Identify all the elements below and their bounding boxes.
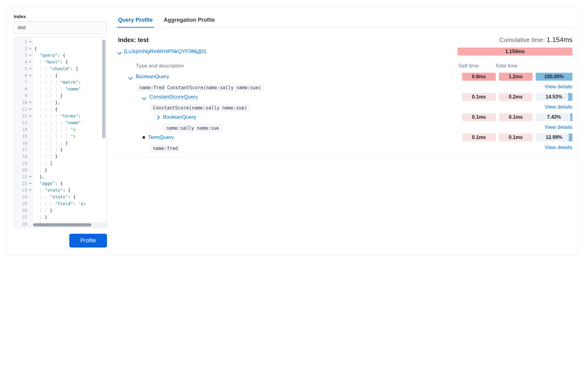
- view-details-link[interactable]: View details: [536, 143, 572, 152]
- columns-header: Type and description Self time Total tim…: [117, 59, 574, 72]
- query-tree: BooleanQuery0.8ms1.2ms100.00%name:fred C…: [117, 72, 574, 158]
- total-time: 0.1ms: [499, 133, 533, 141]
- line-number: 9: [14, 92, 33, 99]
- line-number: 21: [14, 173, 33, 180]
- tab-aggregation-profile[interactable]: Aggregation Profile: [162, 14, 216, 28]
- vertical-scrollbar[interactable]: [102, 40, 105, 138]
- line-number: 18: [14, 153, 33, 160]
- view-details-link[interactable]: View details: [536, 83, 572, 91]
- tree-node: TermQuery0.1ms0.1ms12.99%: [118, 133, 572, 142]
- node-name: BooleanQuery: [163, 114, 196, 120]
- percentage: 100.00%: [536, 73, 572, 81]
- line-number: 26: [14, 207, 33, 214]
- line-number: 1: [14, 38, 33, 45]
- total-time: 0.1ms: [499, 113, 533, 121]
- self-time: 0.1ms: [462, 93, 496, 101]
- index-title-prefix: Index:: [118, 37, 138, 43]
- line-number: 20: [14, 167, 33, 173]
- index-label: Index: [14, 14, 107, 19]
- view-details-link[interactable]: View details: [536, 123, 572, 132]
- tree-node-description-row: name:sally name:sueView details: [118, 122, 572, 133]
- line-number: 2: [14, 45, 33, 52]
- node-toggle[interactable]: BooleanQuery: [156, 114, 462, 120]
- tree-node-description-row: name:fredView details: [118, 142, 572, 153]
- node-description: name:sally name:sue: [163, 124, 222, 132]
- node-description: name:fred: [150, 144, 181, 152]
- col-type-description: Type and description: [118, 63, 458, 69]
- line-number: 7: [14, 79, 33, 86]
- shard-time: 1.154ms: [457, 48, 572, 56]
- node-toggle[interactable]: TermQuery: [143, 134, 462, 140]
- self-time: 0.1ms: [462, 133, 496, 141]
- profile-button[interactable]: Profile: [69, 234, 107, 248]
- line-number: 8: [14, 86, 33, 92]
- node-toggle[interactable]: BooleanQuery: [129, 74, 462, 80]
- line-number: 6: [14, 72, 33, 79]
- node-name: TermQuery: [148, 134, 174, 140]
- cumulative-time-label: Cumulative time:: [499, 37, 547, 43]
- line-number: 11: [14, 106, 33, 113]
- editor-code[interactable]: { "query": { | "bool": { | | "should": […: [33, 38, 107, 222]
- col-self-time: Self time: [458, 63, 495, 69]
- line-number: 28: [14, 221, 33, 227]
- cumulative-time-value: 1.154ms: [547, 36, 572, 44]
- line-number: 23: [14, 187, 33, 194]
- line-number: 27: [14, 214, 33, 221]
- line-number: 15: [14, 133, 33, 140]
- bullet-icon: [143, 136, 145, 139]
- line-number: 10: [14, 99, 33, 106]
- line-number: 3: [14, 52, 33, 59]
- tree-node: ConstantScoreQuery0.1ms0.2ms14.53%: [118, 92, 572, 102]
- line-number: 22: [14, 180, 33, 187]
- line-number: 16: [14, 140, 33, 146]
- profile-panel: Index 1234567891011121314151617181920212…: [6, 6, 579, 255]
- self-time: 0.1ms: [462, 113, 496, 121]
- self-time: 0.8ms: [462, 73, 496, 81]
- col-total-time: Total time: [495, 63, 536, 69]
- line-number: 4: [14, 59, 33, 65]
- horizontal-scrollbar[interactable]: [33, 222, 107, 227]
- line-number: 25: [14, 200, 33, 207]
- line-number: 17: [14, 146, 33, 153]
- horizontal-scrollbar-thumb[interactable]: [33, 223, 91, 226]
- right-panel: Query Profile Aggregation Profile Index:…: [117, 14, 576, 248]
- percentage: 7.43%: [536, 113, 572, 121]
- node-description: ConstantScore(name:sally name:sue): [150, 104, 250, 112]
- percentage: 14.53%: [536, 93, 572, 101]
- node-description: name:fred ConstantScore(name:sally name:…: [136, 84, 264, 92]
- index-name: test: [138, 37, 149, 43]
- tree-node-description-row: name:fred ConstantScore(name:sally name:…: [118, 81, 572, 92]
- index-input[interactable]: [14, 21, 107, 34]
- shard-label: [Lu3qImNgReWH4PNkQYF0Mg][0]: [124, 48, 206, 55]
- line-number: 19: [14, 160, 33, 167]
- tree-node: BooleanQuery0.8ms1.2ms100.00%: [118, 72, 572, 81]
- tabs: Query Profile Aggregation Profile: [117, 14, 574, 28]
- line-number: 13: [14, 119, 33, 126]
- line-number: 5: [14, 65, 33, 72]
- tree-node-description-row: ConstantScore(name:sally name:sue)View d…: [118, 102, 572, 113]
- cumulative-time: Cumulative time: 1.154ms: [499, 36, 572, 44]
- shard-toggle[interactable]: [Lu3qImNgReWH4PNkQYF0Mg][0]: [118, 48, 206, 55]
- node-name: BooleanQuery: [136, 74, 169, 80]
- node-name: ConstantScoreQuery: [149, 94, 198, 100]
- index-title: Index: test: [118, 37, 149, 44]
- node-toggle[interactable]: ConstantScoreQuery: [143, 94, 462, 100]
- editor-gutter: 1234567891011121314151617181920212223242…: [14, 38, 33, 227]
- total-time: 0.2ms: [499, 93, 533, 101]
- view-details-link[interactable]: View details: [536, 103, 572, 111]
- query-editor[interactable]: 1234567891011121314151617181920212223242…: [14, 37, 107, 228]
- tree-node: BooleanQuery0.1ms0.1ms7.43%: [118, 113, 572, 122]
- line-number: 24: [14, 194, 33, 200]
- line-number: 12: [14, 113, 33, 119]
- percentage: 12.99%: [536, 133, 572, 141]
- tab-query-profile[interactable]: Query Profile: [117, 14, 154, 28]
- left-panel: Index 1234567891011121314151617181920212…: [9, 14, 107, 248]
- line-number: 14: [14, 126, 33, 133]
- total-time: 1.2ms: [499, 73, 533, 81]
